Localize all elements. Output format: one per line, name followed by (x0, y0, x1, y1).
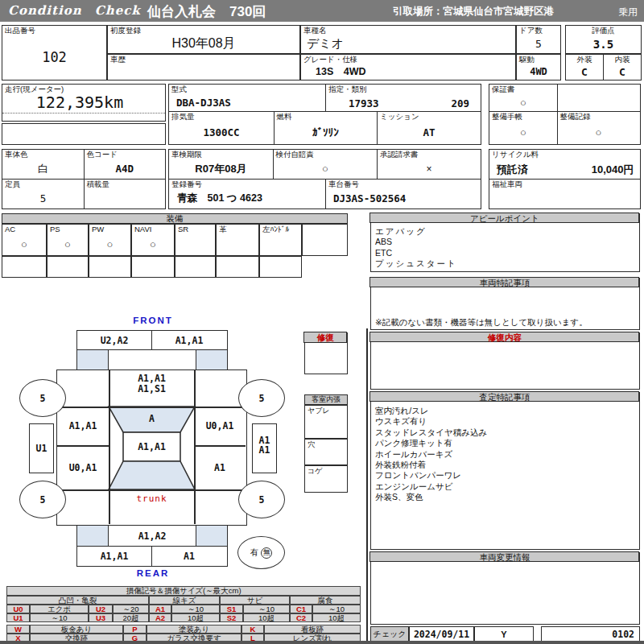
cabin-row-burn: コゲ (304, 465, 348, 493)
recycle-fee-cell: リサイクル料 預託済 10,040円 (489, 149, 641, 180)
warranty-value: ○ (489, 93, 557, 112)
repair-mini-box: 修復 (304, 332, 348, 374)
welfare-cell: 福祉車両 (489, 179, 641, 209)
recycle-status-value: 預託済 (497, 163, 528, 177)
assessment-notes-box: 査定特記事項 室内汚れ/スレ ウスキズ有り スタッドレスタイヤ積み込み パンク修… (370, 392, 640, 550)
damage-legend: 損傷記号＆損傷サイズ(～最大cm) 凸凹・亀裂 線キズ サビ 腐食 U0 エクボ… (6, 586, 361, 642)
assessment-line: フロントバンパーワレ (375, 470, 487, 481)
recycle-fee-value: 10,040円 (592, 163, 634, 177)
legend-code: A1 (149, 605, 171, 613)
right-front-door-code: U0,A1 (194, 407, 246, 445)
brand-logo: Condition Check (8, 3, 141, 18)
tire-front-right: 5 (238, 379, 285, 417)
class-value-2: 209 (451, 97, 469, 109)
assessment-line: ホイールカバーキズ (375, 449, 487, 460)
legend-code: C1 (290, 605, 312, 613)
vehicle-category: 乗用 (618, 6, 638, 19)
left-front-door-code: A1,A1 (57, 407, 109, 445)
legend-desc: 塗装あり (147, 625, 242, 634)
roof-code: A1,A1 (123, 434, 180, 460)
mileage-divider (2, 113, 165, 114)
cabin-row-label: コゲ (305, 466, 347, 476)
model-name-value: デミオ (301, 35, 515, 53)
appeal-points-title: アピールポイント (369, 213, 639, 223)
rear-panel-code: A1,A2 (109, 525, 196, 547)
appeal-line: エアバッグ (375, 226, 457, 237)
interior-grade-cell: 内装 C (603, 54, 642, 80)
mission-value: AT (378, 121, 481, 144)
equipment-col-navi: NAVI○ (131, 224, 175, 256)
grade-value: 13S 4WD (301, 64, 515, 80)
cabin-row-label: ヤブレ (305, 406, 347, 415)
left-taillight (76, 525, 109, 547)
appeal-line: プッシュスタート (375, 258, 457, 269)
legend-desc: ～10 (312, 605, 361, 613)
assessment-line: ウスキズ有り (375, 416, 487, 427)
legend-desc: 板金あり (30, 625, 123, 634)
equipment-empty-row (47, 256, 89, 278)
cabin-row-label: 穴 (305, 440, 347, 449)
equipment-label: 革 (217, 225, 258, 235)
sheet-number-cell: 0102 (541, 626, 640, 642)
type-cell: 型式 DBA-DJ3AS (168, 84, 327, 113)
score-cell: 評価点 3.5 (565, 25, 642, 54)
tire-depth-value: 5 (259, 494, 265, 506)
equipment-value: ○ (89, 233, 130, 255)
drive-value: 4WD (517, 64, 560, 80)
hood-codes: A1,A1 A1,S1 (109, 374, 195, 394)
displacement-value: 1300CC (169, 121, 274, 144)
equipment-col-pw: PW○ (89, 224, 131, 256)
legend-code: C2 (290, 613, 312, 622)
front-bumper-right-code: A1,A1 (152, 331, 227, 349)
capacity-value: 5 (2, 188, 84, 208)
equipment-table: 装備 AC○ PS○ PW○ NAVI○ SR 革 左ﾊﾝﾄﾞﾙ (2, 213, 348, 278)
right-headlight (196, 349, 228, 371)
legend-code: A2 (149, 613, 171, 622)
legend-code: P (123, 625, 147, 634)
appeal-line: ABS (375, 237, 457, 247)
legend-group-rust: サビ (220, 596, 290, 605)
mileage-extra-cell (2, 123, 166, 145)
assessment-line: 室内汚れ/スレ (375, 406, 487, 416)
inspection-cell: 車検期限 R07年08月 (168, 149, 274, 180)
tire-front-left: 5 (19, 379, 66, 417)
right-rear-panel-code: A1 (194, 445, 246, 489)
drive-cell: 駆動 4WD (516, 54, 561, 80)
equipment-title: 装備 (2, 213, 348, 224)
equipment-col-sr: SR (175, 224, 216, 256)
fuel-cell: 燃料 ｶﾞｿﾘﾝ (274, 111, 378, 145)
inspection-value: R07年08月 (169, 159, 273, 179)
legend-desc: 看板跡 (264, 625, 361, 634)
legend-code: U0 (6, 605, 30, 613)
vehicle-notes-box: 車両特記事項 ※記載のない書類・機器等は無しとして取り扱います。 (370, 278, 640, 330)
equipment-col-leather: 革 (216, 224, 259, 256)
spare-tire-indicator: 有 無 (237, 536, 285, 569)
cabin-row-hole: 穴 (304, 439, 348, 465)
interior-grade-value: C (604, 64, 641, 80)
equipment-col-extra (302, 224, 348, 256)
lot-number-cell: 出品番号 102 (2, 25, 107, 80)
load-cell: 積載量 (84, 179, 167, 209)
model-name-cell: 車種名 デミオ (300, 25, 516, 54)
color-code-cell: 色コード A4D (84, 149, 167, 180)
legend-title: 損傷記号＆損傷サイズ(～最大cm) (6, 586, 361, 596)
spare-absent-circled: 無 (261, 547, 272, 559)
insurance-cell: 検付自賠責 ○ (273, 149, 378, 180)
repair-mini-title: 修復 (303, 332, 347, 343)
assessment-line: 外装S、変色 (375, 492, 487, 502)
history-cell: 車歴 (107, 54, 300, 80)
equipment-col-ps: PS○ (47, 224, 89, 256)
approval-value: × (378, 159, 481, 179)
cabin-row-tear: ヤブレ (304, 405, 348, 439)
warranty-blank-cell (557, 84, 641, 113)
registration-number-value: 青森 501 つ 4623 (169, 188, 326, 208)
warranty-cell: 保証書 ○ (489, 84, 558, 113)
change-info-title: 車両変更情報 (369, 551, 639, 562)
legend-group-scratch: 線キズ (149, 596, 220, 605)
diagram-rear-label: REAR (109, 568, 197, 578)
history-label: 車歴 (108, 55, 299, 65)
tire-depth-value: 5 (40, 494, 46, 506)
right-taillight (196, 525, 228, 547)
equipment-empty-row (216, 256, 259, 278)
legend-code: S1 (220, 605, 243, 613)
